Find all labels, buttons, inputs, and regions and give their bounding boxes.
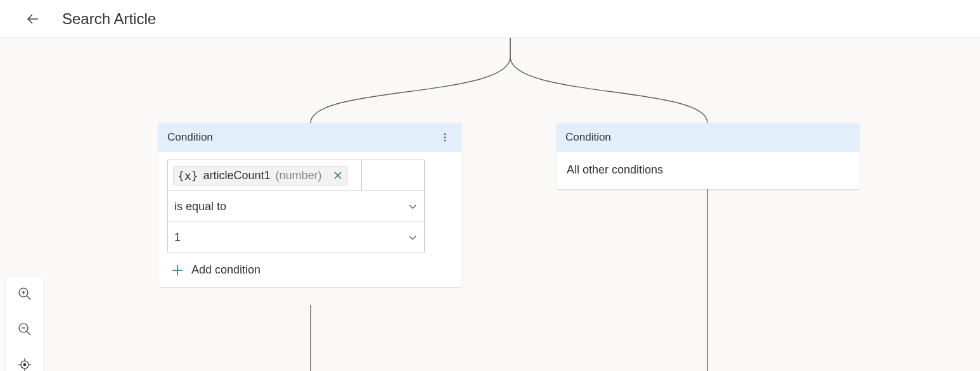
operator-value: is equal to	[174, 200, 226, 213]
svg-line-15	[27, 331, 30, 335]
svg-point-5	[444, 140, 446, 142]
svg-point-18	[23, 363, 26, 366]
zoom-panel	[6, 277, 43, 371]
condition-card-right[interactable]: Condition All other conditions	[557, 123, 860, 189]
zoom-out-button[interactable]	[15, 319, 35, 339]
condition-value-row[interactable]: 1	[168, 222, 424, 253]
connector-lines	[0, 38, 980, 371]
back-button[interactable]	[23, 9, 43, 29]
condition-box: {x} articleCount1 (number)	[167, 160, 425, 253]
chevron-down-icon	[408, 232, 418, 242]
arrow-left-icon	[25, 11, 41, 27]
top-bar: Search Article	[0, 0, 980, 38]
zoom-out-icon	[18, 322, 32, 336]
condition-card-left[interactable]: Condition {x} articleCount1 (number)	[158, 123, 461, 287]
card-header: Condition	[158, 123, 461, 152]
svg-line-11	[27, 296, 30, 299]
fit-to-screen-button[interactable]	[15, 355, 35, 371]
plus-icon	[171, 264, 184, 277]
condition-operator-row[interactable]: is equal to	[168, 191, 424, 222]
chevron-down-icon	[408, 201, 418, 211]
condition-variable-row[interactable]: {x} articleCount1 (number)	[168, 160, 424, 191]
target-icon	[18, 358, 32, 371]
card-title: Condition	[167, 131, 213, 144]
more-vertical-icon	[440, 132, 450, 142]
condition-body: {x} articleCount1 (number)	[158, 152, 461, 287]
all-other-conditions-text: All other conditions	[557, 152, 860, 189]
zoom-in-icon	[18, 287, 32, 301]
card-header: Condition	[557, 123, 860, 152]
zoom-in-button[interactable]	[15, 284, 35, 304]
x-icon	[333, 171, 342, 180]
svg-point-3	[444, 134, 446, 135]
svg-point-4	[444, 137, 446, 139]
variable-type: (number)	[276, 169, 322, 182]
variable-name: articleCount1	[203, 169, 271, 182]
card-more-button[interactable]	[437, 130, 453, 145]
variable-pill[interactable]: {x} articleCount1 (number)	[173, 166, 348, 186]
remove-variable-button[interactable]	[333, 171, 342, 180]
add-condition-button[interactable]: Add condition	[171, 263, 453, 277]
card-title: Condition	[565, 131, 611, 144]
operator-dropdown-chevron[interactable]	[408, 201, 418, 211]
variable-cell[interactable]: {x} articleCount1 (number)	[168, 160, 362, 191]
value-text: 1	[174, 231, 181, 244]
flow-canvas: Condition {x} articleCount1 (number)	[0, 38, 980, 371]
variable-brace-icon: {x}	[177, 169, 198, 182]
add-condition-label: Add condition	[191, 263, 261, 277]
value-dropdown-chevron[interactable]	[408, 232, 418, 242]
page-title: Search Article	[62, 10, 156, 28]
